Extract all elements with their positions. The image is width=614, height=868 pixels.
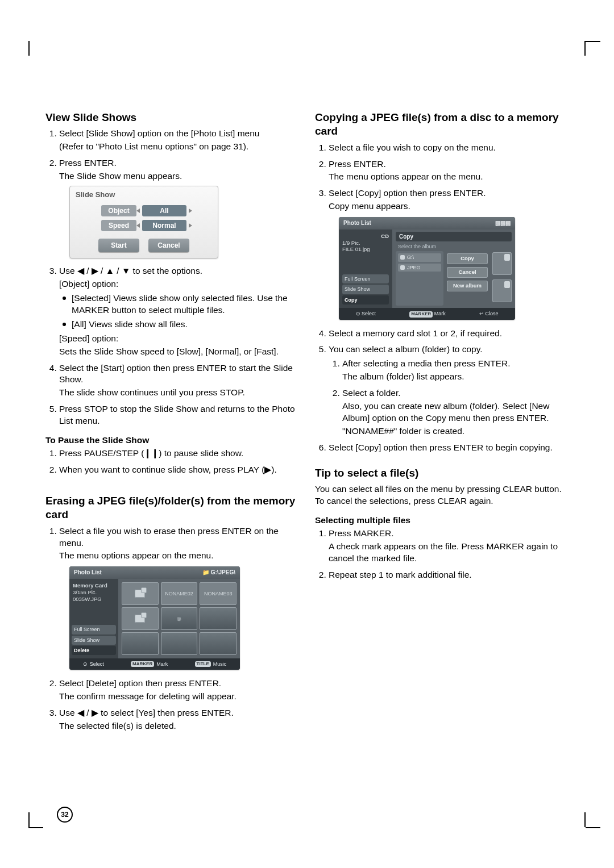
speed-label: Speed	[101, 220, 136, 231]
heading-view-slide-shows: View Slide Shows	[45, 111, 299, 124]
text: G:\	[407, 254, 414, 261]
album-item[interactable]: G:\	[398, 253, 441, 261]
text: Select	[362, 311, 376, 316]
text: The menu options appear on the menu.	[329, 171, 569, 183]
side-btn-slide-show[interactable]: Slide Show	[72, 636, 116, 645]
album-list: G:\ JPEG	[396, 251, 443, 305]
text: Press MARKER.	[329, 528, 394, 538]
cancel-button[interactable]: Cancel	[148, 239, 189, 252]
text: Mark	[434, 311, 446, 316]
copy-panel-header: Copy	[396, 232, 512, 242]
text: The album (folder) list appears.	[342, 371, 569, 383]
text: Select the [Start] option then press ENT…	[59, 363, 293, 385]
folder-icon	[135, 615, 145, 623]
dialog-title: Slide Show	[70, 186, 218, 203]
key-label: TITLE	[195, 661, 211, 667]
dialog-row-object: Object All	[70, 203, 218, 218]
selecting-subheading: Selecting multiple files	[315, 515, 569, 525]
erase-step-2: Select [Delete] option then press ENTER.…	[59, 678, 299, 703]
tip-paragraph: You can select all files on the menu by …	[315, 483, 569, 507]
folder-cell[interactable]: NONAME03	[200, 582, 237, 605]
copy-panel-subheader: Select the album	[396, 243, 512, 251]
text: JPEG	[407, 264, 421, 271]
folder-label: NONAME03	[204, 590, 233, 597]
new-album-button[interactable]: New album	[447, 281, 488, 291]
text: Use ◀ / ▶ / ▲ / ▼ to set the options.	[59, 266, 202, 276]
card-slot-2[interactable]	[492, 279, 512, 302]
copy-step-3: Select [Copy] option then press ENTER. C…	[329, 187, 569, 319]
dialog-row-speed: Speed Normal	[70, 218, 218, 233]
cancel-button[interactable]: Cancel	[447, 267, 488, 278]
text: The slide show continues until you press…	[59, 387, 299, 399]
folder-cell[interactable]	[122, 607, 159, 630]
folder-cell[interactable]: NONAME02	[161, 582, 198, 605]
page-number: 32	[57, 807, 73, 823]
text: Music	[213, 661, 227, 667]
view-step-4: Select the [Start] option then press ENT…	[59, 362, 299, 399]
card-slot-1[interactable]	[492, 252, 512, 275]
copy-screenshot: Photo List ▧▧▧ CD 1/9 Pic. FILE 01.jpg	[339, 217, 515, 319]
folder-icon	[135, 590, 145, 598]
pause-subheading: To Pause the Slide Show	[45, 435, 299, 445]
side-btn-copy[interactable]: Copy	[342, 295, 389, 304]
key-label: MARKER	[409, 311, 433, 318]
pause-step-1: Press PAUSE/STEP (❙❙) to pause slide sho…	[59, 448, 299, 460]
view-step-1: Select [Slide Show] option on the [Photo…	[59, 128, 299, 153]
hint-select: ⊙ Select	[83, 661, 104, 667]
photo-thumb[interactable]	[200, 632, 237, 655]
text: Copy menu appears.	[329, 201, 569, 212]
erase-step-1: Select a file you wish to erase then pre…	[59, 525, 299, 670]
text: Press ENTER.	[329, 159, 386, 169]
text: Select [Slide Show] option on the [Photo…	[59, 128, 259, 138]
side-filename: 0035W.JPG	[73, 596, 115, 603]
side-btn-full-screen[interactable]: Full Screen	[342, 274, 389, 283]
photo-thumb[interactable]	[200, 607, 237, 630]
copy-step-4: Select a memory card slot 1 or 2, if req…	[329, 328, 569, 340]
select-step-2: Repeat step 1 to mark additional file.	[329, 569, 569, 581]
hint-music: TITLE Music	[195, 661, 227, 667]
side-btn-full-screen[interactable]: Full Screen	[72, 625, 116, 634]
folder-cell[interactable]	[122, 582, 159, 605]
copy-button[interactable]: Copy	[447, 253, 488, 264]
side-btn-slide-show[interactable]: Slide Show	[342, 285, 389, 294]
select-step-1: Press MARKER. A check mark appears on th…	[329, 528, 569, 565]
window-title: Photo List	[74, 569, 102, 577]
start-button[interactable]: Start	[98, 239, 139, 252]
bullet: [All] Views slide show all files.	[72, 319, 299, 331]
text: Press ENTER.	[59, 158, 117, 168]
copy-step-5: You can select a album (folder) to copy.…	[329, 344, 569, 437]
text: Select	[90, 661, 104, 667]
hint-mark: MARKER Mark	[131, 661, 168, 667]
text: Select [Copy] option then press ENTER.	[329, 188, 486, 198]
text: "NONAME##" folder is created.	[342, 425, 569, 437]
side-btn-delete[interactable]: Delete	[72, 646, 116, 655]
side-source: Memory Card	[73, 582, 115, 589]
erase-step-3: Use ◀ / ▶ to select [Yes] then press ENT…	[59, 707, 299, 732]
copy-step-5-1: After selecting a media then press ENTER…	[342, 358, 569, 383]
text: Mark	[156, 661, 168, 667]
text: [Speed] option:	[59, 333, 299, 345]
photo-thumb[interactable]	[161, 632, 198, 655]
copy-step-2: Press ENTER. The menu options appear on …	[329, 158, 569, 183]
photo-thumb[interactable]: ◎	[161, 607, 198, 630]
text: The Slide Show menu appears.	[59, 170, 299, 182]
heading-erasing: Erasing a JPEG file(s)/folder(s) from th…	[45, 494, 299, 522]
heading-copying: Copying a JPEG file(s) from a disc to a …	[315, 111, 569, 139]
text: Select a file you wish to erase then pre…	[59, 526, 279, 548]
text: [Object] option:	[59, 278, 299, 290]
text: (Refer to "Photo List menu options" on p…	[59, 141, 299, 153]
photo-thumb[interactable]	[122, 632, 159, 655]
folder-label: NONAME02	[165, 590, 193, 597]
drive-icon	[400, 255, 405, 260]
path: G:\JPEG\	[211, 569, 235, 575]
text: You can select a album (folder) to copy.	[329, 344, 483, 354]
text: The selected file(s) is deleted.	[59, 720, 299, 732]
view-step-5: Press STOP to stop the Slide Show and re…	[59, 403, 299, 427]
side-source: CD	[342, 233, 389, 240]
object-label: Object	[101, 205, 136, 216]
photo-list-screenshot: Photo List 📁 G:\JPEG\ Memory Card 3/156 …	[69, 566, 240, 670]
object-value[interactable]: All	[142, 205, 186, 216]
text: The confirm message for deleting will ap…	[59, 691, 299, 703]
album-item[interactable]: JPEG	[398, 264, 441, 272]
speed-value[interactable]: Normal	[142, 220, 186, 231]
